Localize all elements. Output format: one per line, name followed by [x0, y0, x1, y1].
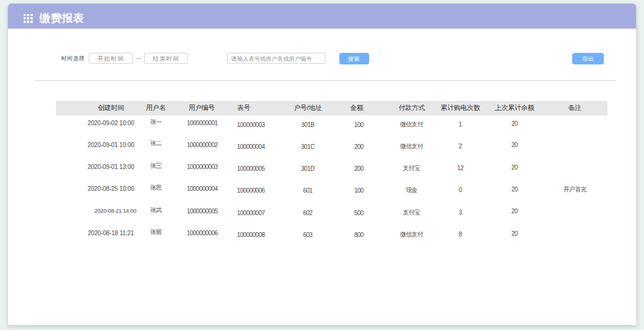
table-cell: 100000006 [237, 187, 265, 194]
table-cell: 张留 [150, 229, 162, 236]
table-cell: 12 [457, 165, 463, 172]
table-cell: 20 [511, 164, 518, 171]
table-cell: 20 [511, 208, 518, 215]
table-cell: 20 [511, 186, 518, 193]
table-cell: 20 [511, 142, 518, 149]
table-cell: 1 [459, 121, 462, 128]
table-cell: 301D [301, 165, 314, 173]
column-header: 用户名 [146, 101, 165, 115]
table-cell: 2020-09-01 13:00 [88, 163, 134, 171]
column-header: 用户编号 [189, 101, 215, 115]
table-cell: 支付宝 [403, 209, 420, 216]
filter-table-divider [35, 80, 616, 81]
table-cell: 微信支付 [400, 121, 423, 128]
table-cell: 500 [354, 210, 363, 217]
table-cell: 支付宝 [403, 165, 420, 172]
table-cell: 602 [303, 210, 312, 217]
search-input[interactable] [227, 53, 325, 64]
table-cell: 1000000001 [187, 120, 218, 127]
table-cell: 张一 [150, 119, 162, 126]
time-range-label: 时间选择 [61, 55, 85, 61]
column-header: 户号/地址 [294, 101, 322, 115]
table-cell: 现金 [406, 187, 417, 194]
table-cell: 100000004 [237, 143, 265, 151]
table-cell: 2020-09-01 10:00 [88, 142, 134, 149]
table-cell: 20 [511, 230, 518, 238]
table-cell: 张三 [150, 162, 162, 170]
table-cell: 301B [301, 122, 314, 129]
table-cell: 200 [354, 165, 363, 173]
table-cell: 100000005 [237, 165, 265, 173]
start-time-input[interactable] [89, 53, 133, 64]
table-cell: 张武 [150, 207, 162, 214]
column-header: 表号 [237, 101, 251, 115]
table-cell: 微信支付 [400, 143, 423, 150]
table-cell: 1000000004 [187, 185, 218, 193]
table-cell: 100000007 [237, 210, 265, 217]
table-cell: 301C [301, 143, 314, 151]
table-cell: 200 [354, 143, 363, 151]
end-time-input[interactable] [144, 53, 188, 64]
export-button[interactable]: 导出 [572, 53, 604, 64]
table-cell: 1000000005 [187, 208, 218, 215]
table-cell: 0 [459, 187, 462, 194]
table-cell: 张思 [150, 184, 162, 191]
table-cell: 1000000002 [187, 142, 218, 149]
table-cell: 603 [303, 232, 312, 239]
column-header: 创建时间 [98, 101, 124, 115]
column-header: 金额 [350, 101, 364, 115]
panel-header: 缴费报表 [8, 4, 636, 29]
table-cell: 800 [354, 232, 363, 239]
page-title: 缴费报表 [40, 4, 85, 33]
table-cell: 601 [303, 187, 312, 194]
search-button[interactable]: 搜索 [339, 53, 369, 64]
column-header: 累计购电次数 [441, 101, 480, 115]
column-header: 付款方式 [398, 101, 424, 115]
column-header: 备注 [568, 101, 581, 115]
table-cell: 20 [511, 120, 518, 128]
table-cell: 开户首充 [564, 186, 587, 193]
date-range-separator: – [133, 53, 144, 64]
table-cell: 2020-08-21 14:00 [94, 207, 136, 215]
table-cell: 2020-08-25 10:00 [88, 185, 134, 193]
table-cell: 100000003 [237, 122, 265, 129]
table-cell: 3 [459, 209, 462, 216]
grid-menu-icon [24, 14, 33, 24]
table-cell: 微信支付 [400, 231, 423, 238]
table-cell: 2 [459, 143, 462, 150]
table-cell: 1000000003 [187, 163, 218, 171]
column-header: 上次累计余额 [495, 101, 535, 115]
table-cell: 1000000006 [187, 230, 218, 237]
table-cell: 100 [354, 187, 363, 194]
table-cell: 张二 [150, 140, 162, 147]
report-panel: 缴费报表 时间选择 – 搜索 导出 2020-09-02 10:00张一1000… [8, 4, 636, 325]
table-cell: 2020-09-02 10:00 [88, 120, 134, 127]
table-cell: 100000008 [237, 232, 265, 239]
table-cell: 2020-08-18 11:21 [88, 230, 134, 237]
page: { "header": { "title": "缴费报表" }, "filter… [0, 0, 644, 330]
table-cell: 100 [354, 122, 363, 129]
table-cell: 8 [459, 231, 462, 238]
